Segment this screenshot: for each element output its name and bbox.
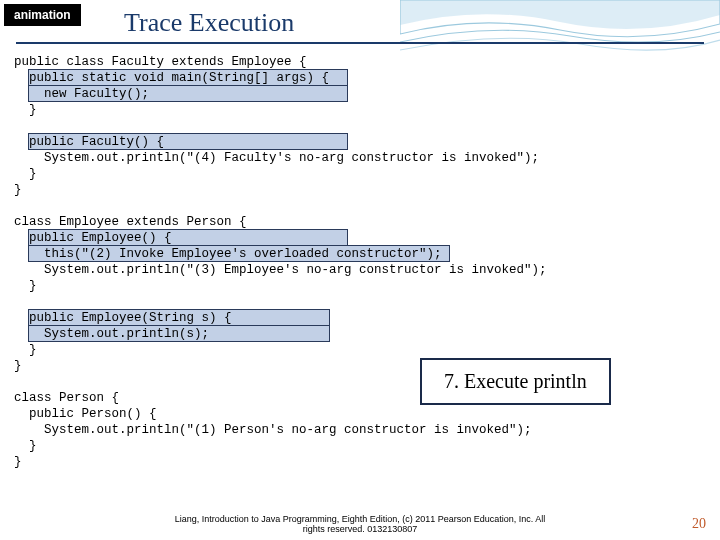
title-underline	[16, 42, 704, 44]
footer-line2: rights reserved. 0132130807	[303, 524, 418, 534]
page-number: 20	[692, 516, 706, 532]
step-callout: 7. Execute println	[420, 358, 611, 405]
code-block: public class Faculty extends Employee { …	[14, 54, 706, 470]
animation-tag: animation	[4, 4, 81, 26]
slide-title: Trace Execution	[124, 8, 294, 38]
footer-citation: Liang, Introduction to Java Programming,…	[0, 514, 720, 534]
footer-line1: Liang, Introduction to Java Programming,…	[175, 514, 546, 524]
